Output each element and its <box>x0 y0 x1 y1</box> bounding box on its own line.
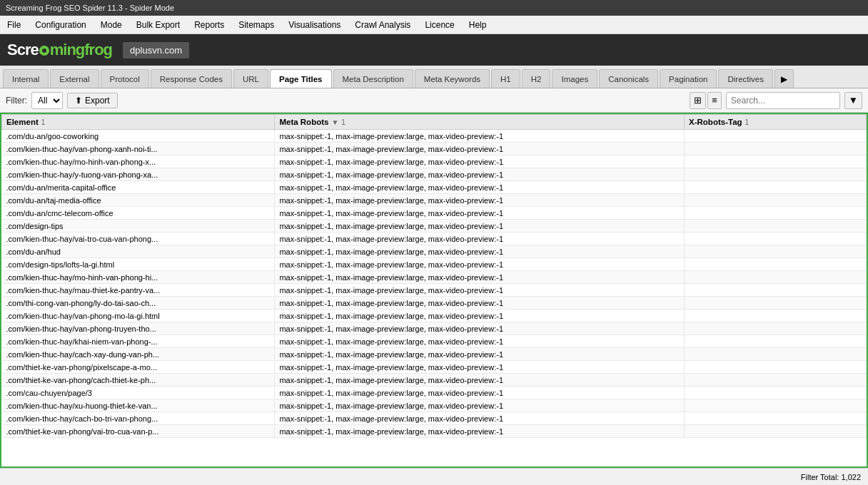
tab-external[interactable]: External <box>50 69 99 88</box>
table-row[interactable]: .com/kien-thuc-hay/mo-hinh-van-phong-hi.… <box>2 271 867 284</box>
cell-meta-robots: max-snippet:-1, max-image-preview:large,… <box>275 284 685 297</box>
cell-element: .com/thi-cong-van-phong/ly-do-tai-sao-ch… <box>2 297 275 310</box>
table-row[interactable]: .com/design-tipsmax-snippet:-1, max-imag… <box>2 220 867 233</box>
cell-element: .com/kien-thuc-hay/y-tuong-van-phong-xa.… <box>2 168 275 181</box>
menu-bulk-export[interactable]: Bulk Export <box>129 17 187 33</box>
menu-configuration[interactable]: Configuration <box>28 17 93 33</box>
table-row[interactable]: .com/du-an/cmc-telecom-officemax-snippet… <box>2 207 867 220</box>
filter-select[interactable]: All <box>31 92 63 109</box>
menu-licence[interactable]: Licence <box>418 17 461 33</box>
table-row[interactable]: .com/kien-thuc-hay/cach-xay-dung-van-ph.… <box>2 348 867 361</box>
table-row[interactable]: .com/kien-thuc-hay/khai-niem-van-phong-.… <box>2 335 867 348</box>
table-row[interactable]: .com/kien-thuc-hay/cach-bo-tri-van-phong… <box>2 412 867 425</box>
table-row[interactable]: .com/du-an/taj-media-officemax-snippet:-… <box>2 194 867 207</box>
cell-meta-robots: max-snippet:-1, max-image-preview:large,… <box>275 297 685 310</box>
table-row[interactable]: .com/kien-thuc-hay/y-tuong-van-phong-xa.… <box>2 168 867 181</box>
cell-meta-robots: max-snippet:-1, max-image-preview:large,… <box>275 335 685 348</box>
cell-element: .com/thiet-ke-van-phong/vai-tro-cua-van-… <box>2 425 275 438</box>
tab-h1[interactable]: H1 <box>491 69 520 88</box>
table-row[interactable]: .com/kien-thuc-hay/vai-tro-cua-van-phong… <box>2 233 867 245</box>
menu-sitemaps[interactable]: Sitemaps <box>231 17 281 33</box>
tab-meta-description[interactable]: Meta Description <box>333 69 413 88</box>
tab-canonicals[interactable]: Canonicals <box>599 69 658 88</box>
cell-element: .com/kien-thuc-hay/khai-niem-van-phong-.… <box>2 335 275 348</box>
cell-element: .com/design-tips/lofts-la-gi.html <box>2 258 275 271</box>
search-arrow-button[interactable]: ▼ <box>844 92 862 109</box>
menu-mode[interactable]: Mode <box>94 17 129 33</box>
cell-element: .com/kien-thuc-hay/mo-hinh-van-phong-hi.… <box>2 271 275 284</box>
tab-meta-keywords[interactable]: Meta Keywords <box>415 69 490 88</box>
table-row[interactable]: .com/kien-thuc-hay/mo-hinh-van-phong-x..… <box>2 155 867 168</box>
cell-xrobots-tag <box>685 425 867 438</box>
table-row[interactable]: .com/du-an/goo-coworkingmax-snippet:-1, … <box>2 130 867 143</box>
filter-label: Filter: <box>6 96 27 106</box>
cell-xrobots-tag <box>685 322 867 335</box>
menu-reports[interactable]: Reports <box>187 17 231 33</box>
table-row[interactable]: .com/kien-thuc-hay/van-phong-xanh-noi-ti… <box>2 143 867 155</box>
table-row[interactable]: .com/thiet-ke-van-phong/cach-thiet-ke-ph… <box>2 374 867 387</box>
cell-meta-robots: max-snippet:-1, max-image-preview:large,… <box>275 168 685 181</box>
filter-total-count: 1,022 <box>841 473 861 481</box>
cell-xrobots-tag <box>685 412 867 425</box>
cell-xrobots-tag <box>685 130 867 143</box>
menu-crawl-analysis[interactable]: Crawl Analysis <box>348 17 418 33</box>
table-row[interactable]: .com/du-an/hudmax-snippet:-1, max-image-… <box>2 245 867 258</box>
tab-images[interactable]: Images <box>552 69 597 88</box>
cell-element: .com/du-an/hud <box>2 245 275 258</box>
cell-element: .com/design-tips <box>2 220 275 233</box>
table-row[interactable]: .com/thiet-ke-van-phong/vai-tro-cua-van-… <box>2 425 867 438</box>
table-row[interactable]: .com/kien-thuc-hay/xu-huong-thiet-ke-van… <box>2 399 867 412</box>
cell-meta-robots: max-snippet:-1, max-image-preview:large,… <box>275 194 685 207</box>
cell-xrobots-tag <box>685 181 867 194</box>
th-element[interactable]: Element 1 <box>2 115 275 130</box>
cell-xrobots-tag <box>685 297 867 310</box>
cell-element: .com/kien-thuc-hay/van-phong-mo-la-gi.ht… <box>2 310 275 322</box>
th-meta-robots[interactable]: Meta Robots ▼ 1 <box>275 115 685 130</box>
cell-meta-robots: max-snippet:-1, max-image-preview:large,… <box>275 233 685 245</box>
cell-meta-robots: max-snippet:-1, max-image-preview:large,… <box>275 220 685 233</box>
cell-meta-robots: max-snippet:-1, max-image-preview:large,… <box>275 310 685 322</box>
cell-element: .com/du-an/goo-coworking <box>2 130 275 143</box>
tab-pagination[interactable]: Pagination <box>660 69 717 88</box>
tabs-more-arrow[interactable]: ▶ <box>774 69 794 88</box>
table-row[interactable]: .com/kien-thuc-hay/van-phong-mo-la-gi.ht… <box>2 310 867 322</box>
cell-xrobots-tag <box>685 258 867 271</box>
search-input[interactable] <box>726 92 840 109</box>
cell-meta-robots: max-snippet:-1, max-image-preview:large,… <box>275 374 685 387</box>
table-row[interactable]: .com/kien-thuc-hay/mau-thiet-ke-pantry-v… <box>2 284 867 297</box>
menu-visualisations[interactable]: Visualisations <box>281 17 348 33</box>
cell-xrobots-tag <box>685 168 867 181</box>
tab-response-codes[interactable]: Response Codes <box>151 69 232 88</box>
table-row[interactable]: .com/cau-chuyen/page/3max-snippet:-1, ma… <box>2 387 867 399</box>
list-view-button[interactable]: ≡ <box>707 92 722 109</box>
cell-element: .com/du-an/cmc-telecom-office <box>2 207 275 220</box>
th-xrobots-tag[interactable]: X-Robots-Tag 1 <box>685 115 867 130</box>
table-row[interactable]: .com/thiet-ke-van-phong/pixelscape-a-mo.… <box>2 361 867 374</box>
cell-meta-robots: max-snippet:-1, max-image-preview:large,… <box>275 387 685 399</box>
table-row[interactable]: .com/du-an/merita-capital-officemax-snip… <box>2 181 867 194</box>
table-scroll[interactable]: Element 1 Meta Robots ▼ 1 <box>1 114 867 466</box>
cell-xrobots-tag <box>685 220 867 233</box>
table-row[interactable]: .com/thi-cong-van-phong/ly-do-tai-sao-ch… <box>2 297 867 310</box>
tab-internal[interactable]: Internal <box>3 69 49 88</box>
cell-meta-robots: max-snippet:-1, max-image-preview:large,… <box>275 348 685 361</box>
cell-xrobots-tag <box>685 271 867 284</box>
tab-h2[interactable]: H2 <box>522 69 551 88</box>
tab-page-titles[interactable]: Page Titles <box>270 69 332 88</box>
cell-xrobots-tag <box>685 387 867 399</box>
menu-help[interactable]: Help <box>462 17 494 33</box>
menu-file[interactable]: File <box>0 17 28 33</box>
tab-url[interactable]: URL <box>233 69 268 88</box>
view-icons: ⊞ ≡ <box>690 92 722 109</box>
title-bar-text: Screaming Frog SEO Spider 11.3 - Spider … <box>6 4 174 12</box>
table-row[interactable]: .com/design-tips/lofts-la-gi.htmlmax-sni… <box>2 258 867 271</box>
grid-view-button[interactable]: ⊞ <box>690 92 706 109</box>
cell-xrobots-tag <box>685 348 867 361</box>
tab-protocol[interactable]: Protocol <box>101 69 149 88</box>
cell-element: .com/kien-thuc-hay/cach-xay-dung-van-ph.… <box>2 348 275 361</box>
cell-element: .com/thiet-ke-van-phong/cach-thiet-ke-ph… <box>2 374 275 387</box>
cell-element: .com/kien-thuc-hay/van-phong-xanh-noi-ti… <box>2 143 275 155</box>
table-row[interactable]: .com/kien-thuc-hay/van-phong-truyen-tho.… <box>2 322 867 335</box>
export-button[interactable]: ⬆ Export <box>67 93 118 108</box>
tab-directives[interactable]: Directives <box>718 69 772 88</box>
